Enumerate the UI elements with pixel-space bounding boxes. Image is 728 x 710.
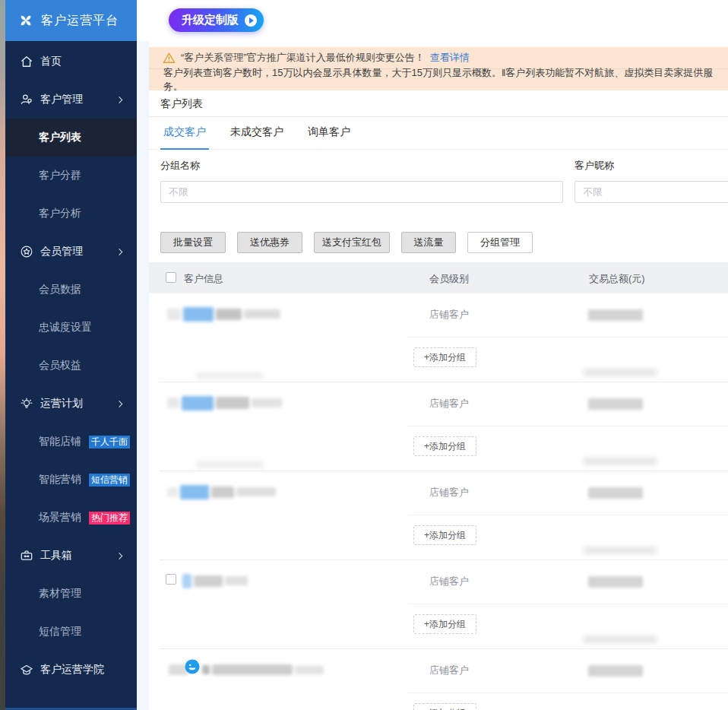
amount-redacted <box>588 398 643 410</box>
sidebar-item-label: 忠诚度设置 <box>39 321 92 334</box>
send-alipay-redpacket-button[interactable]: 送支付宝红包 <box>314 232 390 253</box>
sidebar-item-smart-marketing[interactable]: 智能营销短信营销 <box>5 461 137 499</box>
sidebar-item-label: 短信管理 <box>39 625 81 639</box>
sidebar-item-home[interactable]: 首页 <box>5 43 137 81</box>
group-manage-button[interactable]: 分组管理 <box>467 232 533 253</box>
select-all-checkbox[interactable] <box>166 272 176 283</box>
customer-info-redacted <box>202 661 324 679</box>
sidebar-item-academy[interactable]: 客户运营学院 <box>5 651 137 689</box>
view-details-link[interactable]: 查看详情 <box>430 51 470 65</box>
amount-redacted <box>588 487 643 499</box>
column-member-level: 会员级别 <box>429 272 469 286</box>
add-group-button[interactable]: +添加分组 <box>413 703 476 710</box>
chevron-right-icon <box>116 551 125 561</box>
row-inner-divider <box>408 604 728 604</box>
play-icon <box>245 14 257 27</box>
sidebar-item-toolbox[interactable]: 工具箱 <box>5 537 137 575</box>
pinwheel-logo-icon <box>17 12 34 29</box>
redacted-block <box>211 487 234 498</box>
sidebar-item-label: 智能营销 <box>39 473 81 487</box>
member-level: 店铺客户 <box>429 664 469 677</box>
home-icon <box>19 54 34 69</box>
sidebar-item-sms-mgmt[interactable]: 短信管理 <box>5 613 137 651</box>
row-checkbox[interactable] <box>166 574 176 585</box>
chat-icon <box>185 659 200 674</box>
redacted-block <box>167 487 178 497</box>
main-content: 升级定制版 “客户关系管理”官方推广渠道计入最低价规则变更公告！ 查看详情 客户… <box>149 0 728 710</box>
content-gutter <box>137 41 149 710</box>
app-logo: 客户运营平台 <box>5 0 137 41</box>
sidebar-item-customer-analysis[interactable]: 客户分析 <box>5 195 137 233</box>
tab-inquiry-customers[interactable]: 询单客户 <box>305 125 353 149</box>
table-row: 店铺客户+添加分组 <box>149 471 728 560</box>
sidebar-item-loyalty-settings[interactable]: 忠诚度设置 <box>5 309 137 347</box>
redacted-block <box>244 309 280 319</box>
group-name-field: 分组名称 <box>160 159 563 203</box>
customer-nickname-label: 客户昵称 <box>574 159 728 173</box>
menu-badge: 热门推荐 <box>89 512 130 525</box>
send-traffic-button[interactable]: 送流量 <box>401 232 456 253</box>
sidebar-item-label: 客户分群 <box>39 169 81 182</box>
customer-tabs: 成交客户 未成交客户 询单客户 <box>149 117 728 150</box>
sidebar-item-label: 场景营销 <box>39 511 81 525</box>
chevron-right-icon <box>116 399 125 409</box>
page-header: 客户列表 <box>149 91 728 117</box>
customers-icon <box>19 92 34 107</box>
add-group-button[interactable]: +添加分组 <box>413 436 476 456</box>
add-group-button[interactable]: +添加分组 <box>413 525 476 545</box>
sidebar-item-member-mgmt[interactable]: 会员管理 <box>5 233 137 271</box>
amount-redacted <box>588 665 643 677</box>
row-inner-divider <box>408 515 728 515</box>
sidebar-item-label: 会员权益 <box>39 359 81 372</box>
tab-deal-customers[interactable]: 成交客户 <box>160 125 209 149</box>
sidebar-item-member-data[interactable]: 会员数据 <box>5 271 137 309</box>
group-name-input[interactable] <box>160 181 563 203</box>
bulk-actions-bar: 批量设置 送优惠券 送支付宝红包 送流量 分组管理 <box>160 232 533 253</box>
redacted-block <box>212 664 293 675</box>
sidebar-item-label: 会员数据 <box>39 283 81 296</box>
bulk-setting-button[interactable]: 批量设置 <box>160 232 226 253</box>
page-title: 客户列表 <box>160 97 203 111</box>
customer-info-redacted <box>182 572 248 590</box>
redacted-block <box>252 398 282 407</box>
redacted-block <box>225 576 248 585</box>
warning-icon <box>163 52 176 65</box>
table-row: 店铺客户+添加分组 <box>149 560 728 649</box>
menu-badge: 千人千面 <box>89 436 130 449</box>
customer-nickname-field: 客户昵称 <box>574 159 728 203</box>
sidebar-item-label: 客户运营学院 <box>40 663 104 677</box>
member-level: 店铺客户 <box>429 486 469 499</box>
sidebar-item-smart-shop[interactable]: 智能店铺千人千面 <box>5 423 137 461</box>
sidebar-item-label: 客户分析 <box>39 207 81 220</box>
redacted-block <box>295 666 324 674</box>
redacted-block <box>167 398 179 408</box>
amount-redacted <box>588 576 643 588</box>
sidebar-item-material-mgmt[interactable]: 素材管理 <box>5 575 137 613</box>
upgrade-custom-edition-button[interactable]: 升级定制版 <box>169 8 264 32</box>
redacted-block <box>182 574 191 588</box>
menu-badge: 短信营销 <box>89 474 130 487</box>
chevron-right-icon <box>116 247 125 257</box>
table-body: 店铺客户+添加分组店铺客户+添加分组店铺客户+添加分组店铺客户+添加分组店铺客户… <box>149 293 728 710</box>
app-title: 客户运营平台 <box>41 13 119 29</box>
add-group-button[interactable]: +添加分组 <box>413 614 476 634</box>
sidebar-item-label: 客户管理 <box>40 93 83 106</box>
sidebar-item-operation-plan[interactable]: 运营计划 <box>5 385 137 423</box>
tab-non-deal-customers[interactable]: 未成交客户 <box>227 125 286 149</box>
sidebar-item-label: 首页 <box>40 55 62 68</box>
sidebar-item-label: 素材管理 <box>39 587 81 601</box>
chevron-right-icon <box>116 95 125 105</box>
sidebar-item-member-benefits[interactable]: 会员权益 <box>5 347 137 385</box>
add-group-button[interactable]: +添加分组 <box>413 347 476 367</box>
sidebar-item-customer-mgmt[interactable]: 客户管理 <box>5 81 137 119</box>
send-coupon-button[interactable]: 送优惠券 <box>237 232 302 253</box>
member-level: 店铺客户 <box>429 575 469 588</box>
customer-nickname-input[interactable] <box>574 181 728 203</box>
table-row: 店铺客户+添加分组 <box>149 382 728 471</box>
sidebar-item-customer-groups[interactable]: 客户分群 <box>5 157 137 195</box>
sidebar-item-label: 工具箱 <box>40 549 72 563</box>
sidebar-item-customer-list[interactable]: 客户列表 <box>5 119 137 157</box>
sidebar-item-scene-marketing[interactable]: 场景营销热门推荐 <box>5 499 137 537</box>
table-row: 店铺客户+添加分组 <box>149 649 728 710</box>
notice-text-2: 客户列表查询客户数时，15万以内会显示具体数量，大于15万则只显示概数。‖客户列… <box>163 66 728 94</box>
